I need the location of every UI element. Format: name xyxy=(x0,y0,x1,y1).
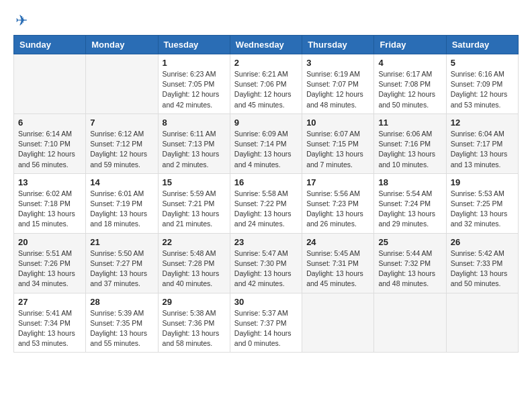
calendar-cell xyxy=(302,293,374,353)
cell-content: Sunrise: 6:16 AMSunset: 7:09 PMDaylight:… xyxy=(451,69,514,110)
calendar-cell: 5Sunrise: 6:16 AMSunset: 7:09 PMDaylight… xyxy=(446,54,518,114)
calendar-week-row: 1Sunrise: 6:23 AMSunset: 7:05 PMDaylight… xyxy=(14,54,519,114)
calendar-cell: 21Sunrise: 5:50 AMSunset: 7:27 PMDayligh… xyxy=(86,233,158,293)
calendar-week-row: 27Sunrise: 5:41 AMSunset: 7:34 PMDayligh… xyxy=(14,293,519,353)
day-number: 16 xyxy=(234,177,298,187)
day-number: 21 xyxy=(90,237,153,247)
day-number: 26 xyxy=(451,237,514,247)
cell-content: Sunrise: 6:23 AMSunset: 7:05 PMDaylight:… xyxy=(163,69,226,110)
cell-content: Sunrise: 5:53 AMSunset: 7:25 PMDaylight:… xyxy=(451,189,514,230)
calendar-cell: 20Sunrise: 5:51 AMSunset: 7:26 PMDayligh… xyxy=(14,233,86,293)
day-number: 27 xyxy=(18,297,81,307)
day-number: 29 xyxy=(163,297,226,307)
calendar-cell: 17Sunrise: 5:56 AMSunset: 7:23 PMDayligh… xyxy=(302,173,374,233)
cell-content: Sunrise: 5:41 AMSunset: 7:34 PMDaylight:… xyxy=(18,308,81,349)
cell-content: Sunrise: 6:17 AMSunset: 7:08 PMDaylight:… xyxy=(378,69,441,110)
calendar-cell: 13Sunrise: 6:02 AMSunset: 7:18 PMDayligh… xyxy=(14,173,86,233)
cell-content: Sunrise: 5:38 AMSunset: 7:36 PMDaylight:… xyxy=(163,308,226,349)
day-number: 4 xyxy=(378,58,441,68)
cell-content: Sunrise: 6:19 AMSunset: 7:07 PMDaylight:… xyxy=(306,69,369,110)
day-number: 20 xyxy=(18,237,81,247)
day-number: 23 xyxy=(234,237,298,247)
calendar-cell: 7Sunrise: 6:12 AMSunset: 7:12 PMDaylight… xyxy=(86,113,158,173)
calendar-cell: 8Sunrise: 6:11 AMSunset: 7:13 PMDaylight… xyxy=(158,113,230,173)
calendar-cell: 14Sunrise: 6:01 AMSunset: 7:19 PMDayligh… xyxy=(86,173,158,233)
cell-content: Sunrise: 6:11 AMSunset: 7:13 PMDaylight:… xyxy=(163,129,226,170)
weekday-header: Tuesday xyxy=(158,36,230,54)
cell-content: Sunrise: 5:42 AMSunset: 7:33 PMDaylight:… xyxy=(451,248,514,289)
cell-content: Sunrise: 6:09 AMSunset: 7:14 PMDaylight:… xyxy=(234,129,298,170)
cell-content: Sunrise: 5:47 AMSunset: 7:30 PMDaylight:… xyxy=(234,248,298,289)
calendar-cell: 10Sunrise: 6:07 AMSunset: 7:15 PMDayligh… xyxy=(302,113,374,173)
cell-content: Sunrise: 5:51 AMSunset: 7:26 PMDaylight:… xyxy=(18,248,81,289)
day-number: 9 xyxy=(234,118,298,128)
weekday-header: Saturday xyxy=(446,36,518,54)
cell-content: Sunrise: 5:37 AMSunset: 7:37 PMDaylight:… xyxy=(234,308,298,349)
day-number: 1 xyxy=(163,58,226,68)
calendar-week-row: 20Sunrise: 5:51 AMSunset: 7:26 PMDayligh… xyxy=(14,233,519,293)
calendar-cell: 16Sunrise: 5:58 AMSunset: 7:22 PMDayligh… xyxy=(230,173,302,233)
calendar-header-row: SundayMondayTuesdayWednesdayThursdayFrid… xyxy=(14,36,519,54)
calendar-cell: 28Sunrise: 5:39 AMSunset: 7:35 PMDayligh… xyxy=(86,293,158,353)
cell-content: Sunrise: 6:04 AMSunset: 7:17 PMDaylight:… xyxy=(451,129,514,170)
day-number: 18 xyxy=(378,177,441,187)
day-number: 12 xyxy=(451,118,514,128)
calendar-table: SundayMondayTuesdayWednesdayThursdayFrid… xyxy=(13,35,519,353)
day-number: 3 xyxy=(306,58,369,68)
day-number: 17 xyxy=(306,177,369,187)
calendar-cell xyxy=(446,293,518,353)
calendar-cell: 11Sunrise: 6:06 AMSunset: 7:16 PMDayligh… xyxy=(374,113,446,173)
day-number: 25 xyxy=(378,237,441,247)
cell-content: Sunrise: 6:07 AMSunset: 7:15 PMDaylight:… xyxy=(306,129,369,170)
calendar-cell: 30Sunrise: 5:37 AMSunset: 7:37 PMDayligh… xyxy=(230,293,302,353)
weekday-header: Sunday xyxy=(14,36,86,54)
day-number: 2 xyxy=(234,58,298,68)
calendar-week-row: 6Sunrise: 6:14 AMSunset: 7:10 PMDaylight… xyxy=(14,113,519,173)
calendar-cell: 3Sunrise: 6:19 AMSunset: 7:07 PMDaylight… xyxy=(302,54,374,114)
cell-content: Sunrise: 5:54 AMSunset: 7:24 PMDaylight:… xyxy=(378,189,441,230)
cell-content: Sunrise: 5:48 AMSunset: 7:28 PMDaylight:… xyxy=(163,248,226,289)
day-number: 8 xyxy=(163,118,226,128)
calendar-cell: 4Sunrise: 6:17 AMSunset: 7:08 PMDaylight… xyxy=(374,54,446,114)
weekday-header: Monday xyxy=(86,36,158,54)
calendar-cell: 15Sunrise: 5:59 AMSunset: 7:21 PMDayligh… xyxy=(158,173,230,233)
calendar-cell: 24Sunrise: 5:45 AMSunset: 7:31 PMDayligh… xyxy=(302,233,374,293)
cell-content: Sunrise: 5:56 AMSunset: 7:23 PMDaylight:… xyxy=(306,189,369,230)
calendar-cell: 27Sunrise: 5:41 AMSunset: 7:34 PMDayligh… xyxy=(14,293,86,353)
cell-content: Sunrise: 5:39 AMSunset: 7:35 PMDaylight:… xyxy=(90,308,153,349)
weekday-header: Thursday xyxy=(302,36,374,54)
cell-content: Sunrise: 6:02 AMSunset: 7:18 PMDaylight:… xyxy=(18,189,81,230)
calendar-week-row: 13Sunrise: 6:02 AMSunset: 7:18 PMDayligh… xyxy=(14,173,519,233)
calendar-cell: 1Sunrise: 6:23 AMSunset: 7:05 PMDaylight… xyxy=(158,54,230,114)
calendar-cell: 6Sunrise: 6:14 AMSunset: 7:10 PMDaylight… xyxy=(14,113,86,173)
calendar-cell xyxy=(374,293,446,353)
page-header: ✈ xyxy=(13,13,519,28)
day-number: 13 xyxy=(18,177,81,187)
day-number: 10 xyxy=(306,118,369,128)
cell-content: Sunrise: 6:14 AMSunset: 7:10 PMDaylight:… xyxy=(18,129,81,170)
calendar-cell: 23Sunrise: 5:47 AMSunset: 7:30 PMDayligh… xyxy=(230,233,302,293)
day-number: 22 xyxy=(163,237,226,247)
cell-content: Sunrise: 6:21 AMSunset: 7:06 PMDaylight:… xyxy=(234,69,298,110)
day-number: 11 xyxy=(378,118,441,128)
calendar-cell: 22Sunrise: 5:48 AMSunset: 7:28 PMDayligh… xyxy=(158,233,230,293)
weekday-header: Wednesday xyxy=(230,36,302,54)
cell-content: Sunrise: 6:01 AMSunset: 7:19 PMDaylight:… xyxy=(90,189,153,230)
cell-content: Sunrise: 5:58 AMSunset: 7:22 PMDaylight:… xyxy=(234,189,298,230)
calendar-cell: 18Sunrise: 5:54 AMSunset: 7:24 PMDayligh… xyxy=(374,173,446,233)
cell-content: Sunrise: 5:59 AMSunset: 7:21 PMDaylight:… xyxy=(163,189,226,230)
day-number: 24 xyxy=(306,237,369,247)
cell-content: Sunrise: 6:06 AMSunset: 7:16 PMDaylight:… xyxy=(378,129,441,170)
day-number: 15 xyxy=(163,177,226,187)
calendar-cell: 9Sunrise: 6:09 AMSunset: 7:14 PMDaylight… xyxy=(230,113,302,173)
calendar-cell: 25Sunrise: 5:44 AMSunset: 7:32 PMDayligh… xyxy=(374,233,446,293)
cell-content: Sunrise: 6:12 AMSunset: 7:12 PMDaylight:… xyxy=(90,129,153,170)
cell-content: Sunrise: 5:44 AMSunset: 7:32 PMDaylight:… xyxy=(378,248,441,289)
day-number: 19 xyxy=(451,177,514,187)
calendar-cell: 12Sunrise: 6:04 AMSunset: 7:17 PMDayligh… xyxy=(446,113,518,173)
day-number: 6 xyxy=(18,118,81,128)
day-number: 14 xyxy=(90,177,153,187)
logo: ✈ xyxy=(13,13,28,28)
weekday-header: Friday xyxy=(374,36,446,54)
calendar-cell xyxy=(14,54,86,114)
